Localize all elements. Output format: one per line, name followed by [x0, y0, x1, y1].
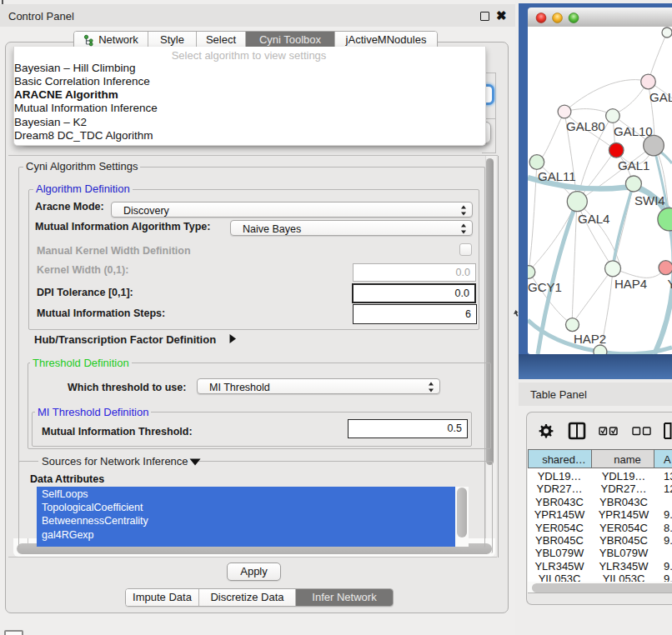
svg-text:GAL4: GAL4 — [578, 212, 609, 226]
svg-text:GAL11: GAL11 — [538, 169, 576, 183]
svg-text:Y: Y — [668, 277, 672, 291]
svg-text:GAL80: GAL80 — [566, 119, 605, 133]
svg-text:HAP2: HAP2 — [574, 332, 606, 346]
svg-text:GAL1: GAL1 — [618, 158, 649, 172]
svg-text:GAL: GAL — [649, 90, 672, 104]
svg-text:SWI4: SWI4 — [634, 193, 665, 208]
svg-text:GCY1: GCY1 — [528, 280, 562, 294]
svg-text:GAL10: GAL10 — [614, 124, 653, 138]
svg-text:HAP4: HAP4 — [614, 277, 647, 291]
